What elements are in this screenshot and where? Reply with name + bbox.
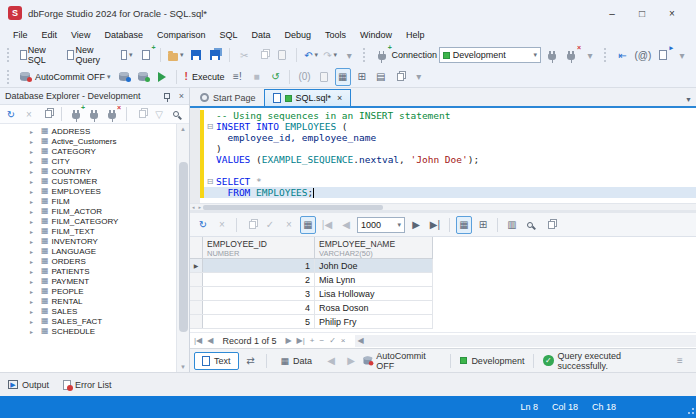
- run-button[interactable]: [154, 68, 170, 86]
- close-results-button[interactable]: ×: [214, 216, 230, 234]
- expand-arrow-icon[interactable]: ▸: [30, 208, 38, 215]
- find-object-button[interactable]: [170, 106, 184, 122]
- first-page-button[interactable]: |◀: [319, 216, 335, 234]
- copy-button[interactable]: [255, 46, 271, 64]
- column-header-employee_name[interactable]: EMPLOYEE_NAMEVARCHAR2(50): [315, 237, 433, 258]
- tree-item-orders[interactable]: ▸▦ORDERS: [0, 256, 176, 266]
- expand-arrow-icon[interactable]: ▸: [30, 218, 38, 225]
- query-history-button[interactable]: ↺: [267, 68, 283, 86]
- refresh-button[interactable]: ↻: [4, 106, 18, 122]
- close-panel-icon[interactable]: ×: [179, 91, 184, 101]
- grid-cell[interactable]: 1: [203, 259, 315, 272]
- edit-parameters-button[interactable]: ⇤: [615, 46, 631, 64]
- tree-item-language[interactable]: ▸▦LANGUAGE: [0, 246, 176, 256]
- minimize-button[interactable]: –: [606, 8, 618, 19]
- connect-button[interactable]: [544, 46, 560, 64]
- sql-editor[interactable]: -- Using sequences in an INSERT statemen…: [190, 108, 696, 210]
- tree-item-sales_fact[interactable]: ▸▦SALES_FACT: [0, 316, 176, 326]
- export-data-button[interactable]: [542, 216, 558, 234]
- menu-window[interactable]: Window: [353, 28, 399, 42]
- menu-debug[interactable]: Debug: [277, 28, 318, 42]
- autocommit-button[interactable]: AutoCommit OFF▾: [18, 68, 113, 86]
- grid-cell[interactable]: Mia Lynn: [315, 273, 433, 286]
- menu-database[interactable]: Database: [97, 28, 150, 42]
- profiling-button[interactable]: (0): [296, 68, 312, 86]
- scroll-down-icon[interactable]: ▼: [180, 362, 186, 372]
- prev-result-button[interactable]: ◀: [323, 352, 339, 370]
- tree-item-payment[interactable]: ▸▦PAYMENT: [0, 276, 176, 286]
- execute-script-button[interactable]: ≡!: [229, 68, 245, 86]
- tree-item-schedule[interactable]: ▸▦SCHEDULE: [0, 326, 176, 336]
- new-query-button[interactable]: New Query: [65, 46, 115, 64]
- layout-button[interactable]: ⊞: [354, 68, 370, 86]
- rename-object-button[interactable]: ▸: [655, 46, 671, 64]
- menu-help[interactable]: Help: [399, 28, 432, 42]
- paste-button[interactable]: [274, 46, 290, 64]
- toolbar-overflow-button[interactable]: ▾: [341, 46, 357, 64]
- grid-cell[interactable]: 4: [203, 301, 315, 314]
- save-all-button[interactable]: [207, 46, 223, 64]
- last-page-button[interactable]: ▶|: [427, 216, 443, 234]
- expand-arrow-icon[interactable]: ▸: [30, 328, 38, 335]
- expand-arrow-icon[interactable]: ▸: [30, 308, 38, 315]
- tab-list-dropdown-icon[interactable]: ▼: [685, 96, 692, 103]
- grid-cell[interactable]: 3: [203, 287, 315, 300]
- new-document-button[interactable]: ▾: [119, 46, 135, 64]
- undo-button[interactable]: ↶▾: [303, 46, 319, 64]
- bind-variables-button[interactable]: (@): [634, 46, 652, 64]
- statusbar-overflow-button[interactable]: ≡: [672, 352, 688, 370]
- prev-record-button[interactable]: ◀: [207, 336, 213, 345]
- tab-start-page[interactable]: Start Page: [192, 89, 264, 106]
- expand-arrow-icon[interactable]: ▸: [30, 288, 38, 295]
- remove-connection-button[interactable]: ×: [22, 106, 36, 122]
- expand-arrow-icon[interactable]: ▸: [30, 278, 38, 285]
- tree-item-employees[interactable]: ▸▦EMPLOYEES: [0, 186, 176, 196]
- toolbar-grip[interactable]: [7, 48, 12, 62]
- expand-arrow-icon[interactable]: ▸: [30, 188, 38, 195]
- tree-item-active_customers[interactable]: ▸▦Active_Customers: [0, 136, 176, 146]
- expand-arrow-icon[interactable]: ▸: [30, 248, 38, 255]
- cut-button[interactable]: ✂: [236, 46, 252, 64]
- grid-cell[interactable]: Philip Fry: [315, 315, 433, 328]
- hscroll-left-icon[interactable]: ◀: [358, 336, 364, 345]
- editor-hscrollbar[interactable]: ◂ ▸: [190, 203, 696, 210]
- paste-sql-button[interactable]: [316, 68, 332, 86]
- append-record-button[interactable]: +: [310, 336, 315, 345]
- open-file-button[interactable]: ▾: [166, 46, 185, 64]
- explorer-scrollbar[interactable]: ▲ ▼: [176, 124, 189, 372]
- expand-arrow-icon[interactable]: ▸: [30, 168, 38, 175]
- toolbar-grip[interactable]: [604, 48, 609, 62]
- expand-arrow-icon[interactable]: ▸: [30, 228, 38, 235]
- code-line-8[interactable]: FROM EMPLOYEES;: [204, 187, 696, 198]
- find-in-grid-button[interactable]: [523, 216, 539, 234]
- menu-tools[interactable]: Tools: [318, 28, 353, 42]
- resize-grip[interactable]: [686, 408, 694, 416]
- generate-script-button[interactable]: [134, 106, 148, 122]
- expand-arrow-icon[interactable]: ▸: [30, 138, 38, 145]
- output-panel-tab[interactable]: ▶ Output: [8, 380, 49, 390]
- expand-arrow-icon[interactable]: ▸: [30, 258, 38, 265]
- grid-row-2[interactable]: 2Mia Lynn: [190, 273, 433, 287]
- filter-button[interactable]: ▽: [152, 106, 166, 122]
- code-line-5[interactable]: VALUES (EXAMPLE_SEQUENCE.nextval, 'John …: [204, 154, 696, 165]
- menu-sql[interactable]: SQL: [212, 28, 244, 42]
- connect-button[interactable]: [87, 106, 101, 122]
- menu-comparison[interactable]: Comparison: [150, 28, 213, 42]
- expand-arrow-icon[interactable]: ▸: [30, 198, 38, 205]
- expand-arrow-icon[interactable]: ▸: [30, 318, 38, 325]
- tree-item-patients[interactable]: ▸▦PATIENTS: [0, 266, 176, 276]
- tree-item-city[interactable]: ▸▦CITY: [0, 156, 176, 166]
- tree-item-inventory[interactable]: ▸▦INVENTORY: [0, 236, 176, 246]
- toolbar-grip[interactable]: [7, 70, 12, 84]
- connection-status[interactable]: Development: [460, 356, 524, 366]
- expand-arrow-icon[interactable]: ▸: [30, 148, 38, 155]
- tree-item-rental[interactable]: ▸▦RENTAL: [0, 296, 176, 306]
- stop-button[interactable]: ■: [248, 68, 264, 86]
- tab-sql-document[interactable]: SQL.sql* ×: [264, 89, 352, 106]
- grid-cell[interactable]: Lisa Holloway: [315, 287, 433, 300]
- new-connection-doc-button[interactable]: +: [138, 46, 154, 64]
- expand-arrow-icon[interactable]: ▸: [30, 268, 38, 275]
- next-page-button[interactable]: ▶: [408, 216, 424, 234]
- code-line-3[interactable]: employee_id, employee_name: [204, 132, 696, 143]
- grid-row-5[interactable]: 5Philip Fry: [190, 315, 433, 329]
